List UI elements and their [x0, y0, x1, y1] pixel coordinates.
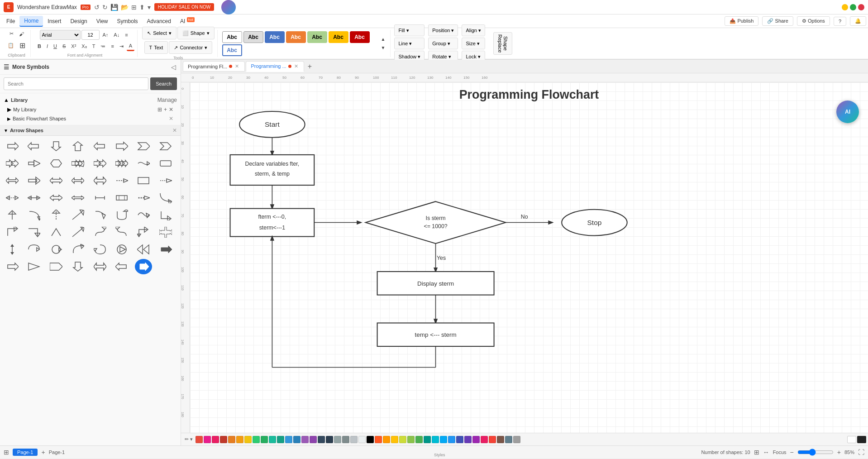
text-direction-button[interactable]: T — [90, 42, 98, 50]
export-button[interactable]: ⬆ — [139, 4, 145, 11]
color-swatch-purple[interactable] — [301, 436, 309, 443]
add-page-button[interactable]: + — [41, 449, 45, 456]
shape-item-right-fill2[interactable] — [4, 259, 21, 274]
shape-item-right-fill[interactable] — [157, 242, 174, 257]
replace-shape-button[interactable]: Replace Shape — [493, 32, 512, 55]
basic-flowchart-row[interactable]: ▶ Basic Flowchart Shapes ✕ — [4, 114, 177, 123]
style-swatch-4[interactable]: Abc — [307, 31, 327, 43]
cut-button[interactable]: ✂ — [7, 29, 16, 38]
shape-item-curve-right-down[interactable] — [25, 207, 43, 223]
shape-item-lr-ends[interactable] — [25, 190, 43, 206]
shape-item-half-circle[interactable] — [25, 242, 43, 257]
color-swatch-teal[interactable] — [269, 436, 276, 443]
color-swatch-light-blue[interactable] — [440, 436, 447, 443]
shape-item-up-right-arrow[interactable] — [135, 225, 152, 240]
style-swatch-3[interactable]: Abc — [286, 31, 306, 43]
shape-item-wide-lr[interactable] — [91, 173, 109, 188]
canvas-container[interactable]: 0 10 20 30 40 50 60 70 80 — [181, 82, 868, 433]
text-button[interactable]: T Text — [144, 41, 168, 54]
shape-item-down-fill[interactable] — [69, 259, 86, 274]
styles-expand-up[interactable]: ▲ — [379, 35, 388, 43]
palette-black[interactable] — [857, 436, 866, 443]
menu-file[interactable]: File — [2, 16, 19, 26]
color-swatch-pink[interactable] — [204, 436, 211, 443]
shape-item-turn-down-right[interactable] — [157, 207, 174, 223]
template-button[interactable]: ⊞ — [131, 4, 137, 11]
shape-item-block-rect[interactable] — [157, 156, 174, 171]
tab1-close[interactable]: ✕ — [234, 63, 240, 69]
color-swatch-red[interactable] — [196, 436, 203, 443]
shape-item-dashed-right[interactable] — [113, 173, 130, 188]
style-swatch-1[interactable]: Abc — [243, 31, 263, 43]
line-button[interactable]: Line ▾ — [394, 38, 424, 49]
shape-item-block-process[interactable] — [113, 190, 130, 206]
zoom-out-button[interactable]: − — [790, 449, 794, 456]
my-library-close-button[interactable]: ✕ — [169, 106, 173, 113]
shape-item-circle-arrow[interactable] — [48, 242, 65, 257]
shape-item-thick-lr[interactable] — [48, 190, 65, 206]
menu-insert[interactable]: Insert — [43, 16, 66, 26]
style-swatch-7[interactable]: Abc — [222, 44, 242, 56]
save-button[interactable]: 💾 — [110, 4, 118, 11]
basic-flowchart-close-button[interactable]: ✕ — [169, 115, 173, 122]
color-swatch-medium-blue[interactable] — [448, 436, 455, 443]
redo-button[interactable]: ↻ — [102, 4, 108, 11]
color-swatch-orange[interactable] — [228, 436, 235, 443]
font-size-input[interactable] — [81, 30, 100, 40]
shape-item-block-2[interactable] — [135, 173, 152, 188]
collapse-sidebar-button[interactable]: ◁ — [170, 62, 177, 72]
color-swatch-lime[interactable] — [399, 436, 406, 443]
color-swatch-dark-teal[interactable] — [277, 436, 284, 443]
tab2-close[interactable]: ✕ — [293, 63, 299, 69]
manage-library-button[interactable]: Manage — [157, 97, 177, 103]
color-swatch-medium-gray[interactable] — [342, 436, 349, 443]
select-button[interactable]: ↖ Select ▾ — [142, 27, 176, 39]
shape-item-arrow-right[interactable] — [4, 139, 21, 154]
align-button[interactable]: ≡ — [123, 31, 130, 39]
color-swatch-yellow[interactable] — [244, 436, 252, 443]
notifications-button[interactable]: 🔔 — [850, 16, 866, 26]
color-swatch-light-silver[interactable] — [350, 436, 358, 443]
shape-item-curved-arrow[interactable] — [91, 207, 109, 223]
share-button[interactable]: 🔗 Share — [762, 16, 793, 26]
fit-page-button[interactable]: ⊞ — [754, 449, 759, 456]
shape-item-double-right[interactable] — [4, 156, 21, 171]
undo-button[interactable]: ↺ — [94, 4, 100, 11]
font-family-select[interactable]: Arial — [40, 30, 81, 40]
color-swatch-hot-pink[interactable] — [481, 436, 488, 443]
color-swatch-black[interactable] — [367, 436, 374, 443]
shape-item-back-fill[interactable] — [91, 259, 109, 274]
tab-doc1[interactable]: Programming Fl... ✕ — [183, 61, 245, 72]
decrease-font-button[interactable]: A↓ — [111, 31, 122, 39]
holiday-sale-button[interactable]: HOLIDAY SALE ON NOW — [154, 3, 214, 11]
copy-button[interactable]: 📋 — [5, 41, 16, 50]
shape-item-arrow-up[interactable] — [69, 139, 86, 154]
shape-item-flag-right[interactable] — [48, 259, 65, 274]
styles-expand-down[interactable]: ▼ — [379, 44, 388, 52]
shape-item-hex-arrow[interactable] — [48, 156, 65, 171]
shape-item-arrow-left[interactable] — [25, 139, 43, 154]
arrow-shapes-header[interactable]: ▼ Arrow Shapes ✕ — [0, 125, 181, 136]
shape-item-double-right3[interactable] — [91, 156, 109, 171]
page-nav-prev[interactable]: ⊞ — [4, 449, 9, 456]
color-swatch-deep-orange[interactable] — [375, 436, 382, 443]
shape-item-lr-double[interactable] — [48, 173, 65, 188]
shape-item-s-curve[interactable] — [91, 225, 109, 240]
shape-item-full-circle-arrow[interactable] — [91, 242, 109, 257]
palette-white[interactable] — [847, 436, 856, 443]
menu-design[interactable]: Design — [66, 16, 91, 26]
shape-item-multi-right[interactable] — [69, 156, 86, 171]
color-swatch-medium-orange[interactable] — [383, 436, 390, 443]
more-button[interactable]: ▾ — [148, 4, 151, 11]
style-swatch-5[interactable]: Abc — [329, 31, 348, 43]
shape-item-right-blue[interactable] — [135, 259, 152, 274]
superscript-button[interactable]: X² — [69, 42, 78, 50]
fullscreen-button[interactable]: ⛶ — [858, 449, 864, 456]
canvas[interactable]: Programming Flowchart Start Declare vari… — [190, 82, 868, 433]
format-painter-button[interactable]: 🖌 — [17, 30, 26, 38]
shape-item-chevron-notch-right[interactable] — [135, 139, 152, 154]
color-swatch-dark-blue[interactable] — [293, 436, 300, 443]
color-swatch-blue-gray[interactable] — [505, 436, 512, 443]
group-button[interactable]: Group ▾ — [428, 38, 458, 49]
color-swatch-dark-red[interactable] — [220, 436, 227, 443]
